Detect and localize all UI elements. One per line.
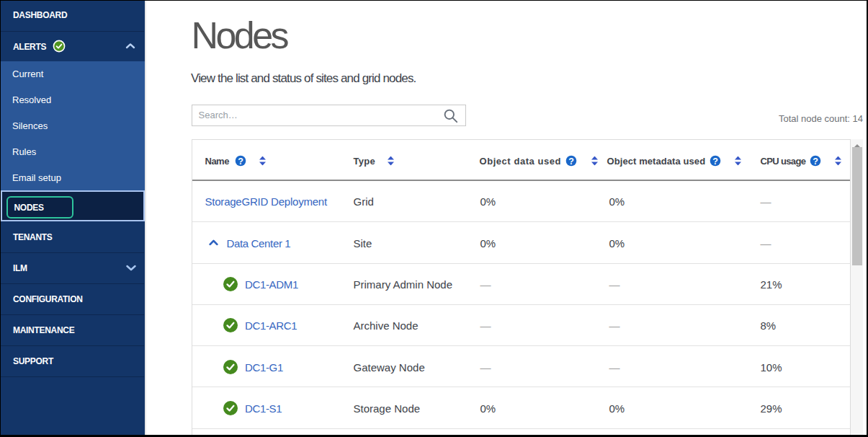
svg-text:?: ?	[813, 156, 818, 166]
svg-text:?: ?	[238, 156, 243, 166]
svg-text:?: ?	[568, 156, 574, 166]
svg-text:?: ?	[712, 156, 718, 166]
